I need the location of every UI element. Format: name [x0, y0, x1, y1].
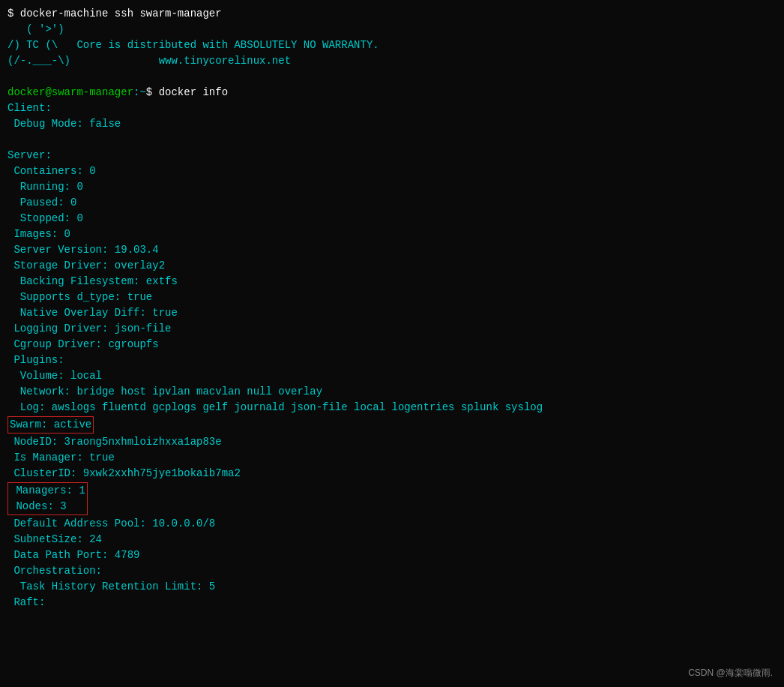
prompt-command: docker info [152, 86, 228, 98]
orchestration-line: Orchestration: [7, 563, 777, 579]
debug-mode: Debug Mode: false [7, 116, 777, 132]
prompt-line: docker@swarm-manager:~$ docker info [7, 85, 777, 100]
storage-driver-line: Storage Driver: overlay2 [7, 258, 777, 274]
watermark: CSDN @海棠嗡微雨. [688, 667, 773, 680]
managers-line: Managers: 1 [8, 483, 87, 499]
cgroup-driver-line: Cgroup Driver: cgroupfs [7, 337, 777, 352]
paused-line: Paused: 0 [7, 195, 777, 211]
network-line: Network: bridge host ipvlan macvlan null… [7, 384, 777, 400]
managers-nodes-box: Managers: 1 Nodes: 3 [7, 482, 88, 515]
images-line: Images: 0 [7, 226, 777, 242]
logging-driver-line: Logging Driver: json-file [7, 321, 777, 337]
stopped-line: Stopped: 0 [7, 211, 777, 226]
ascii-art-1: ( '>') [7, 22, 777, 38]
swarm-active-box: Swarm: active [7, 416, 94, 434]
plugins-line: Plugins: [7, 352, 777, 368]
data-path-port-line: Data Path Port: 4789 [7, 548, 777, 563]
blank-2 [7, 132, 777, 148]
cmd-line-1: $ docker-machine ssh swarm-manager [7, 6, 777, 22]
raft-line: Raft: [7, 595, 777, 610]
server-version-line: Server Version: 19.03.4 [7, 242, 777, 258]
prompt-user: docker@swarm-manager [7, 86, 133, 98]
ascii-art-3: (/-.___-\) www.tinycorelinux.net [7, 53, 777, 69]
backing-filesystem-line: Backing Filesystem: extfs [7, 274, 777, 290]
terminal-window: $ docker-machine ssh swarm-manager ( '>'… [0, 0, 784, 687]
nodeid-line: NodeID: 3raong5nxhmloizhxxa1ap83e [7, 434, 777, 450]
prompt-dollar: $ [146, 86, 152, 98]
ascii-art-2: /) TC (\ Core is distributed with ABSOLU… [7, 38, 777, 53]
default-address-pool-line: Default Address Pool: 10.0.0.0/8 [7, 516, 777, 532]
log-line: Log: awslogs fluentd gcplogs gelf journa… [7, 400, 777, 416]
clusterid-line: ClusterID: 9xwk2xxhh75jye1bokaib7ma2 [7, 466, 777, 482]
prompt-path: :~ [133, 86, 146, 98]
server-label: Server: [7, 148, 777, 164]
nodes-line: Nodes: 3 [8, 499, 87, 514]
containers-line: Containers: 0 [7, 164, 777, 179]
swarm-active-line: Swarm: active [8, 417, 93, 433]
ismanager-line: Is Manager: true [7, 450, 777, 466]
running-line: Running: 0 [7, 179, 777, 195]
task-history-line: Task History Retention Limit: 5 [7, 579, 777, 595]
native-overlay-line: Native Overlay Diff: true [7, 305, 777, 321]
subnetsize-line: SubnetSize: 24 [7, 532, 777, 548]
volume-line: Volume: local [7, 368, 777, 384]
client-label: Client: [7, 100, 777, 116]
blank-1 [7, 69, 777, 85]
supports-dtype-line: Supports d_type: true [7, 290, 777, 305]
